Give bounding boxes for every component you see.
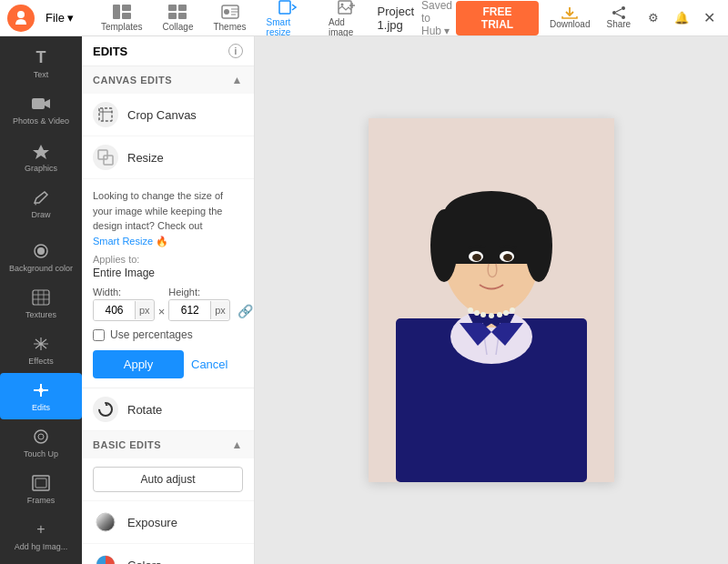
settings-icon[interactable]: ⚙: [642, 5, 664, 31]
cancel-button[interactable]: Cancel: [191, 358, 228, 371]
svg-line-16: [616, 9, 622, 12]
share-button[interactable]: Share: [601, 5, 636, 31]
svg-point-59: [474, 310, 480, 316]
download-label: Download: [550, 19, 590, 29]
auto-adjust-inner: Auto adjust: [93, 467, 243, 492]
svg-point-28: [35, 430, 47, 443]
svg-rect-10: [279, 1, 290, 14]
height-unit: px: [210, 301, 229, 319]
link-proportions-icon[interactable]: 🔗: [238, 304, 253, 318]
sidebar-item-touch-up[interactable]: Touch Up: [0, 419, 82, 466]
sidebar-item-frames[interactable]: Frames: [0, 466, 82, 512]
crop-canvas-item[interactable]: Crop Canvas: [82, 94, 254, 136]
auto-adjust-item[interactable]: Auto adjust: [82, 458, 254, 501]
photo-content: [369, 118, 614, 482]
resize-icon: [93, 145, 118, 170]
use-percentages-checkbox[interactable]: [93, 329, 105, 341]
svg-point-27: [39, 388, 44, 392]
width-unit: px: [135, 301, 154, 319]
sidebar-item-text[interactable]: T Text: [0, 40, 82, 86]
height-input[interactable]: [169, 300, 210, 320]
templates-label: Templates: [101, 22, 143, 32]
height-label: Height:: [168, 287, 230, 297]
sidebar-item-effects[interactable]: Effects: [0, 327, 82, 373]
textures-icon: [31, 287, 51, 307]
sidebar-item-add-bg-label: Add hg Imag...: [15, 542, 68, 551]
edits-panel: EDITS i CANVAS EDITS ▲ Crop Canvas Resiz…: [82, 36, 255, 564]
info-icon[interactable]: i: [228, 44, 243, 58]
exposure-item[interactable]: Exposure: [82, 501, 254, 544]
applies-to-label: Applies to:: [93, 254, 243, 265]
basic-edits-header[interactable]: BASIC EDITS ▲: [82, 431, 254, 458]
crop-canvas-label: Crop Canvas: [127, 108, 197, 122]
svg-rect-6: [168, 13, 177, 19]
basic-edits-chevron: ▲: [232, 438, 243, 451]
svg-point-21: [37, 247, 45, 255]
themes-icon: [220, 4, 240, 20]
exposure-label: Exposure: [127, 516, 177, 529]
svg-point-60: [480, 312, 486, 317]
sidebar-item-photos-video[interactable]: Photos & Video: [0, 86, 82, 134]
svg-rect-33: [99, 108, 112, 121]
sidebar-item-graphics-label: Graphics: [25, 164, 57, 173]
svg-rect-7: [178, 13, 187, 19]
close-icon[interactable]: ✕: [698, 5, 721, 31]
sidebar-item-background-color[interactable]: Background color: [0, 234, 82, 280]
sidebar-item-bg-color-label: Background color: [9, 264, 73, 273]
canvas-edits-header[interactable]: CANVAS EDITS ▲: [82, 66, 254, 94]
times-sign: ×: [158, 305, 166, 318]
svg-marker-19: [33, 145, 49, 159]
svg-point-9: [224, 9, 229, 15]
sidebar-item-add-bg-image[interactable]: + Add hg Imag...: [0, 512, 82, 559]
svg-point-15: [612, 11, 616, 15]
sidebar-item-graphics[interactable]: Graphics: [0, 134, 82, 180]
auto-adjust-button[interactable]: Auto adjust: [93, 467, 243, 492]
sidebar: T Text Photos & Video Graphics Draw: [0, 36, 82, 564]
apply-button[interactable]: Apply: [93, 350, 184, 378]
free-trial-button[interactable]: FREE TRIAL: [456, 1, 539, 35]
file-menu[interactable]: File ▾: [38, 7, 81, 28]
sidebar-item-draw[interactable]: Draw: [0, 180, 82, 227]
svg-rect-37: [104, 156, 113, 165]
sidebar-item-edits[interactable]: Edits: [0, 373, 82, 419]
svg-rect-1: [113, 5, 120, 19]
templates-icon: [112, 4, 132, 20]
colors-item[interactable]: Colors: [82, 544, 254, 564]
sidebar-item-effects-label: Effects: [28, 357, 53, 366]
bell-icon[interactable]: 🔔: [670, 5, 693, 31]
background-color-icon: [31, 241, 51, 261]
themes-tool[interactable]: Themes: [204, 2, 255, 34]
rotate-label: Rotate: [127, 403, 162, 417]
effects-icon: [31, 334, 51, 354]
use-percentages-row: Use percentages: [93, 328, 243, 341]
basic-edits-label: BASIC EDITS: [93, 439, 161, 450]
add-image-tool[interactable]: Add image: [319, 0, 374, 39]
svg-rect-4: [168, 5, 177, 11]
templates-tool[interactable]: Templates: [92, 2, 152, 34]
frames-icon: [31, 473, 51, 493]
sidebar-item-draw-label: Draw: [31, 210, 50, 219]
top-tools: Templates Collage Themes Smart resize Ad…: [92, 0, 374, 39]
file-chevron: ▾: [67, 11, 74, 25]
sidebar-item-comments[interactable]: Comments: [0, 559, 82, 564]
width-input[interactable]: [94, 300, 135, 320]
share-label: Share: [606, 19, 631, 29]
rotate-icon: [93, 397, 118, 422]
edits-icon: [31, 380, 51, 400]
download-button[interactable]: Download: [544, 5, 595, 31]
svg-rect-5: [178, 5, 187, 11]
collage-tool[interactable]: Collage: [154, 2, 203, 34]
svg-point-61: [489, 313, 494, 318]
smart-resize-tool[interactable]: Smart resize: [258, 0, 318, 39]
right-actions: FREE TRIAL Download Share ⚙ 🔔 ✕: [456, 1, 721, 35]
saved-label[interactable]: Saved to Hub ▾: [421, 0, 452, 37]
height-input-wrap: px: [168, 299, 230, 321]
smart-resize-link[interactable]: Smart Resize 🔥: [93, 236, 168, 247]
resize-item[interactable]: Resize: [82, 136, 254, 179]
canvas-edits-chevron: ▲: [232, 74, 243, 86]
rotate-item[interactable]: Rotate: [82, 388, 254, 431]
logo[interactable]: [7, 5, 35, 32]
sidebar-item-textures[interactable]: Textures: [0, 280, 82, 327]
svg-point-29: [38, 434, 44, 439]
svg-point-58: [468, 307, 473, 313]
